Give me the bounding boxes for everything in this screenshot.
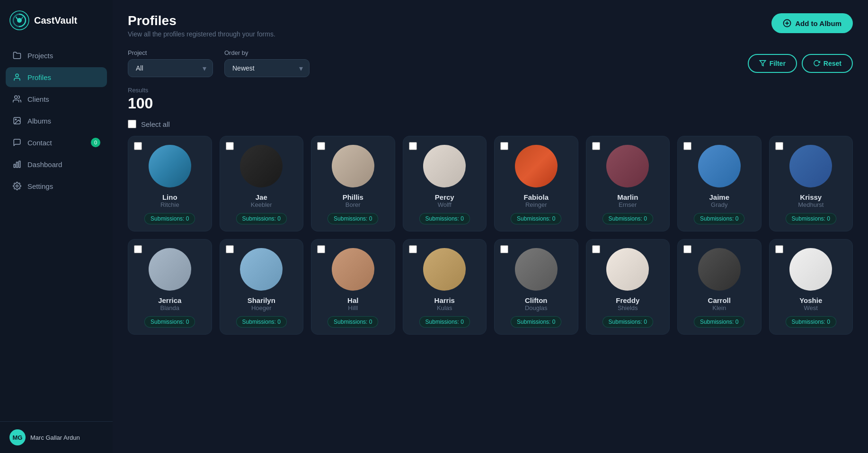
profile-last-name: Borer [345, 201, 361, 208]
profile-card[interactable]: Fabiola Reinger Submissions: 0 [494, 136, 578, 231]
card-checkbox-4[interactable] [500, 142, 508, 150]
add-to-album-button[interactable]: Add to Album [771, 13, 853, 33]
profile-card[interactable]: Percy Wolff Submissions: 0 [403, 136, 487, 231]
card-checkbox-3[interactable] [409, 142, 417, 150]
profile-first-name: Clifton [525, 296, 547, 304]
profile-first-name: Fabiola [523, 193, 549, 201]
select-all-label[interactable]: Select all [141, 120, 170, 128]
profile-first-name: Hal [347, 296, 358, 304]
sidebar-item-profiles[interactable]: Profiles [6, 67, 107, 87]
filter-btn-label: Filter [770, 60, 786, 67]
profile-last-name: Wolff [438, 201, 452, 208]
profile-card[interactable]: Marlin Ernser Submissions: 0 [586, 136, 670, 231]
user-icon [12, 72, 22, 82]
profile-card[interactable]: Jae Keebler Submissions: 0 [220, 136, 304, 231]
logo: CastVault [0, 0, 113, 41]
profile-avatar [423, 145, 466, 187]
profile-last-name: Blanda [160, 304, 179, 311]
profile-card[interactable]: Hal Hilll Submissions: 0 [311, 239, 395, 335]
nav-label-dashboard: Dashboard [27, 160, 62, 169]
sidebar-item-clients[interactable]: Clients [6, 89, 107, 109]
select-all-checkbox[interactable] [128, 120, 136, 128]
results-block: Results 100 [128, 87, 853, 112]
submissions-badge: Submissions: 0 [602, 213, 653, 224]
user-name: Marc Gallar Ardun [30, 434, 80, 441]
profile-avatar [240, 145, 283, 187]
profile-first-name: Jaime [709, 193, 729, 201]
profile-first-name: Freddy [616, 296, 639, 304]
contact-badge: 0 [91, 138, 100, 147]
card-checkbox-3[interactable] [409, 245, 417, 253]
submissions-badge: Submissions: 0 [328, 213, 378, 224]
profile-card[interactable]: Carroll Klein Submissions: 0 [677, 239, 762, 335]
profile-last-name: Ritchie [160, 201, 179, 208]
profile-card[interactable]: Lino Ritchie Submissions: 0 [128, 136, 212, 231]
card-checkbox-7[interactable] [775, 142, 783, 150]
svg-point-2 [16, 74, 18, 77]
card-checkbox-5[interactable] [592, 245, 600, 253]
profile-avatar [606, 145, 649, 187]
card-checkbox-0[interactable] [134, 142, 142, 150]
reset-button[interactable]: Reset [802, 54, 853, 73]
profile-avatar [515, 145, 558, 187]
profile-avatar [240, 248, 283, 291]
profile-card[interactable]: Krissy Medhurst Submissions: 0 [769, 136, 853, 231]
card-checkbox-0[interactable] [134, 245, 142, 253]
submissions-badge: Submissions: 0 [694, 213, 744, 224]
profile-last-name: Kulas [437, 304, 452, 311]
order-select[interactable]: Newest Oldest A-Z [224, 59, 310, 77]
project-filter-group: Project All [128, 49, 213, 77]
sidebar-item-contact[interactable]: Contact 0 [6, 133, 107, 152]
profile-last-name: Douglas [525, 304, 548, 311]
profile-card[interactable]: Clifton Douglas Submissions: 0 [494, 239, 578, 335]
gear-icon [12, 181, 22, 191]
profile-card[interactable]: Phillis Borer Submissions: 0 [311, 136, 395, 231]
profile-avatar [698, 145, 741, 187]
submissions-badge: Submissions: 0 [144, 213, 195, 224]
card-checkbox-1[interactable] [226, 245, 234, 253]
project-select[interactable]: All [128, 59, 213, 77]
profile-last-name: Reinger [525, 201, 547, 208]
profile-card[interactable]: Freddy Shields Submissions: 0 [586, 239, 670, 335]
profiles-grid-row1: Lino Ritchie Submissions: 0 Jae Keebler … [128, 136, 853, 231]
submissions-badge: Submissions: 0 [236, 316, 287, 328]
profile-first-name: Phillis [343, 193, 363, 201]
plus-circle-icon [783, 19, 791, 27]
profile-card[interactable]: Harris Kulas Submissions: 0 [403, 239, 487, 335]
main-content: Profiles View all the profiles registere… [113, 0, 868, 453]
submissions-badge: Submissions: 0 [419, 213, 470, 224]
submissions-badge: Submissions: 0 [602, 316, 653, 328]
sidebar-item-projects[interactable]: Projects [6, 45, 107, 65]
profile-first-name: Lino [162, 193, 177, 201]
profile-first-name: Sharilyn [248, 296, 275, 304]
profile-card[interactable]: Jerrica Blanda Submissions: 0 [128, 239, 212, 335]
submissions-badge: Submissions: 0 [694, 316, 744, 328]
nav-label-contact: Contact [27, 139, 52, 147]
users-icon [12, 94, 22, 104]
sidebar-item-albums[interactable]: Albums [6, 111, 107, 131]
card-checkbox-4[interactable] [500, 245, 508, 253]
sidebar: CastVault Projects Profiles [0, 0, 113, 453]
profile-card[interactable]: Sharilyn Hoeger Submissions: 0 [220, 239, 304, 335]
sidebar-item-settings[interactable]: Settings [6, 176, 107, 196]
profile-card[interactable]: Yoshie West Submissions: 0 [769, 239, 853, 335]
profile-first-name: Harris [434, 296, 455, 304]
card-checkbox-2[interactable] [317, 142, 325, 150]
card-checkbox-1[interactable] [226, 142, 234, 150]
svg-point-5 [15, 119, 16, 120]
sidebar-item-dashboard[interactable]: Dashboard [6, 154, 107, 174]
card-checkbox-6[interactable] [683, 142, 691, 150]
nav-label-projects: Projects [27, 52, 53, 60]
filter-button[interactable]: Filter [748, 54, 797, 73]
svg-rect-6 [14, 164, 15, 168]
profile-card[interactable]: Jaime Grady Submissions: 0 [677, 136, 762, 231]
card-checkbox-5[interactable] [592, 142, 600, 150]
image-icon [12, 116, 22, 125]
profile-avatar [515, 248, 558, 291]
card-checkbox-2[interactable] [317, 245, 325, 253]
filters-row: Project All Order by Newest Oldest A-Z [128, 49, 853, 77]
submissions-badge: Submissions: 0 [511, 213, 561, 224]
card-checkbox-7[interactable] [775, 245, 783, 253]
reset-btn-label: Reset [824, 60, 841, 67]
card-checkbox-6[interactable] [683, 245, 691, 253]
